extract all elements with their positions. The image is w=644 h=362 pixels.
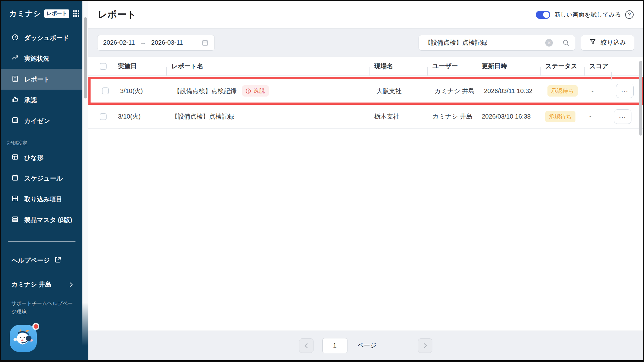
row-site: 栃木支社 xyxy=(369,112,427,121)
environment-note: サポートチームヘルプページ環境 xyxy=(11,299,76,316)
deviation-badge-label: 逸脱 xyxy=(253,87,265,95)
list-icon xyxy=(11,215,19,225)
column-header-status[interactable]: ステータス xyxy=(540,62,584,70)
alert-circle-icon xyxy=(245,88,251,94)
brand-logo[interactable]: カミナシ レポート xyxy=(1,1,82,20)
trend-chart-icon xyxy=(11,54,19,63)
sidebar-item-dashboard[interactable]: ダッシュボード xyxy=(1,27,82,48)
sidebar-item-kaizen[interactable]: カイゼン xyxy=(1,110,82,131)
bar-chart-icon xyxy=(11,116,19,125)
toggle-knob xyxy=(543,12,549,18)
help-icon[interactable]: ? xyxy=(625,10,634,19)
row-name-cell[interactable]: 【設備点検】点検記録 逸脱 xyxy=(169,85,371,97)
sidebar-item-import-fields[interactable]: 取り込み項目 xyxy=(1,189,82,209)
chevron-right-icon xyxy=(422,342,429,349)
calendar-icon xyxy=(11,174,19,183)
sidebar-item-label: 承認 xyxy=(24,96,37,104)
support-avatar xyxy=(10,325,37,352)
row-status-cell: 承認待ち xyxy=(540,111,584,122)
dashboard-icon xyxy=(11,33,19,42)
row-checkbox[interactable] xyxy=(102,87,109,94)
row-status-cell: 承認待ち xyxy=(542,85,586,97)
row-updated: 2026/03/10 16:38 xyxy=(477,113,540,120)
external-link-icon xyxy=(54,256,62,265)
sidebar-item-label: 実施状況 xyxy=(24,54,49,63)
sidebar-scrollbar-thumb[interactable] xyxy=(84,17,87,98)
page-title: レポート xyxy=(98,8,136,21)
page-number-input[interactable] xyxy=(322,338,347,353)
row-score: - xyxy=(586,87,613,95)
column-header-user[interactable]: ユーザー xyxy=(427,62,477,70)
main-content: レポート 新しい画面を試してみる ? 2026-02-11 → 2026-03-… xyxy=(88,1,643,360)
sidebar: カミナシ レポート ダッシュボード 実施状況 レポート 承認 xyxy=(1,1,82,360)
deviation-badge: 逸脱 xyxy=(242,85,269,97)
search-input[interactable] xyxy=(419,39,545,46)
row-menu-button[interactable]: … xyxy=(614,109,631,124)
search-button[interactable] xyxy=(557,35,575,50)
row-name-cell[interactable]: 【設備点検】点検記録 xyxy=(166,112,369,121)
search-box: ✕ xyxy=(419,35,575,51)
select-all-cell xyxy=(88,63,108,70)
report-name[interactable]: 【設備点検】点検記録 xyxy=(174,87,236,95)
table-row[interactable]: 3/10(火) 【設備点検】点検記録 逸脱 大阪支社 カミナシ 井島 2026/… xyxy=(91,79,641,103)
sidebar-item-schedule[interactable]: スケジュール xyxy=(1,168,82,189)
column-header-name[interactable]: レポート名 xyxy=(166,62,369,70)
sidebar-item-label: 取り込み項目 xyxy=(24,195,62,203)
highlight-annotation: 3/10(火) 【設備点検】点検記録 逸脱 大阪支社 カミナシ 井島 2026/… xyxy=(88,77,643,105)
row-check-cell xyxy=(88,113,108,120)
brand-name: カミナシ xyxy=(9,8,41,19)
user-name: カミナシ 井島 xyxy=(11,280,51,289)
sidebar-item-template[interactable]: ひな形 xyxy=(1,147,82,168)
row-checkbox[interactable] xyxy=(100,113,107,120)
sidebar-item-label: 製品マスタ (β版) xyxy=(24,216,72,224)
sidebar-item-approval[interactable]: 承認 xyxy=(1,90,82,110)
row-user: カミナシ 井島 xyxy=(427,112,477,121)
row-site: 大阪支社 xyxy=(371,87,430,95)
sidebar-divider xyxy=(8,241,75,242)
clear-search-icon[interactable]: ✕ xyxy=(545,39,553,47)
date-range-picker[interactable]: 2026-02-11 → 2026-03-11 xyxy=(97,35,215,51)
date-to-value[interactable]: 2026-03-11 xyxy=(151,39,183,46)
sidebar-item-status[interactable]: 実施状況 xyxy=(1,48,82,69)
column-header-updated[interactable]: 更新日時 xyxy=(477,62,540,70)
report-clipboard-icon xyxy=(11,75,19,84)
sidebar-item-product-master[interactable]: 製品マスタ (β版) xyxy=(1,209,82,230)
row-user: カミナシ 井島 xyxy=(430,87,479,95)
content-scrollbar-thumb[interactable] xyxy=(639,61,642,136)
new-ui-toggle-label: 新しい画面を試してみる xyxy=(554,11,621,19)
grid-cells-icon xyxy=(11,195,19,204)
user-menu[interactable]: カミナシ 井島 xyxy=(1,280,82,289)
pagination-footer: ページ xyxy=(88,331,643,360)
sidebar-item-label: レポート xyxy=(24,75,50,84)
column-header-score[interactable]: スコア xyxy=(584,62,611,70)
next-page-button[interactable] xyxy=(418,338,432,353)
column-header-site[interactable]: 現場名 xyxy=(369,62,427,70)
sidebar-item-label: ひな形 xyxy=(24,153,43,162)
new-ui-toggle[interactable] xyxy=(536,11,550,19)
support-chat-button[interactable] xyxy=(10,325,37,352)
report-table: 実施日 レポート名 現場名 ユーザー 更新日時 ステータス スコア 3/10(火… xyxy=(88,57,643,331)
table-header-row: 実施日 レポート名 現場名 ユーザー 更新日時 ステータス スコア xyxy=(88,57,643,76)
date-from-value[interactable]: 2026-02-11 xyxy=(103,39,135,46)
sidebar-section-label: 記録設定 xyxy=(7,140,82,147)
page-header: レポート 新しい画面を試してみる ? xyxy=(88,1,643,29)
apps-grid-icon[interactable] xyxy=(72,10,80,17)
arrow-right-icon: → xyxy=(140,39,146,46)
row-menu-button[interactable]: … xyxy=(616,84,634,98)
prev-page-button[interactable] xyxy=(299,338,314,353)
sidebar-scrollbar-track[interactable] xyxy=(82,1,88,360)
sidebar-item-label: カイゼン xyxy=(24,117,50,125)
row-score: - xyxy=(584,113,611,120)
calendar-icon[interactable] xyxy=(201,39,209,47)
row-actions-cell: … xyxy=(611,109,643,124)
help-page-link[interactable]: ヘルプページ xyxy=(1,256,82,265)
sidebar-item-label: スケジュール xyxy=(24,174,63,183)
sidebar-nav: ダッシュボード 実施状況 レポート 承認 カイゼン 記録設定 ひな形 xyxy=(1,27,82,230)
report-name[interactable]: 【設備点検】点検記録 xyxy=(171,112,234,121)
sidebar-item-report[interactable]: レポート xyxy=(1,69,82,90)
table-row[interactable]: 3/10(火) 【設備点検】点検記録 栃木支社 カミナシ 井島 2026/03/… xyxy=(88,105,643,129)
column-header-date[interactable]: 実施日 xyxy=(108,62,166,70)
select-all-checkbox[interactable] xyxy=(100,63,107,70)
filter-button[interactable]: 絞り込み xyxy=(581,35,634,51)
help-page-label: ヘルプページ xyxy=(11,256,50,265)
